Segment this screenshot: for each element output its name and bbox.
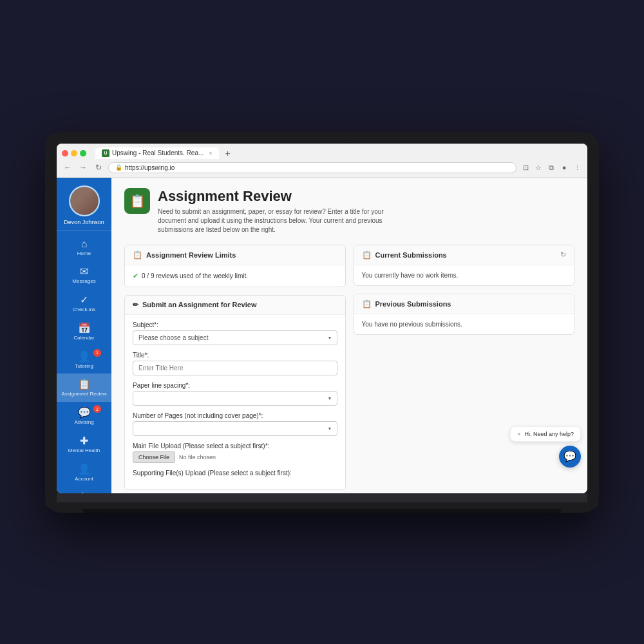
limit-info: ✔ 0 / 9 reviews used of the weekly limit…	[133, 272, 337, 280]
sidebar-item-messages[interactable]: ✉ Messages	[57, 261, 111, 289]
previous-submissions-title: Previous Submissions	[375, 300, 451, 308]
sidebar-item-tutoring[interactable]: 👤 Tutoring 1	[57, 346, 111, 374]
profile-icon[interactable]: ●	[559, 164, 569, 171]
advising-icon: 💬	[78, 406, 91, 419]
content-grid: 📋 Assignment Review Limits ✔ 0 / 9 revie…	[124, 245, 574, 490]
page-description: Need to submit an assignment, paper, or …	[158, 207, 390, 234]
sidebar: Devon Johnson ⌂ Home ✉ Messages ✓ Check-…	[57, 178, 111, 493]
sidebar-item-calendar[interactable]: 📅 Calendar	[57, 317, 111, 346]
mental-health-icon: ✚	[80, 435, 88, 447]
minimize-window-button[interactable]	[71, 150, 77, 156]
spacing-select[interactable]	[133, 391, 337, 406]
chat-message: Hi. Need any help?	[524, 431, 574, 437]
tab-close-button[interactable]: ×	[209, 150, 212, 156]
subject-select[interactable]: Please choose a subject	[133, 330, 337, 345]
submit-card-title: Submit an Assignment for Review	[142, 301, 256, 308]
sidebar-item-assignment-review[interactable]: 📋 Assignment Review	[57, 374, 111, 402]
previous-submissions-icon: 📋	[362, 299, 372, 308]
limits-card-header: 📋 Assignment Review Limits	[125, 245, 345, 265]
back-button[interactable]: ←	[62, 163, 73, 172]
calendar-icon: 📅	[78, 322, 91, 334]
sidebar-item-label: Tutoring	[75, 364, 93, 370]
subject-label: Subject*:	[133, 321, 337, 328]
bookmark-icon[interactable]: ☆	[533, 164, 544, 172]
sidebar-item-account[interactable]: 👤 Account	[57, 459, 111, 487]
nav-items: ⌂ Home ✉ Messages ✓ Check-ins 📅 Calendar	[57, 231, 111, 489]
limits-header-icon: 📋	[133, 251, 142, 260]
sidebar-item-label: Advising	[74, 420, 93, 426]
spacing-group: Paper line spacing*:	[133, 382, 337, 406]
main-file-label: Main File Upload (Please select a subjec…	[133, 442, 337, 450]
tab-title: Upswing - Real Students. Rea...	[112, 149, 204, 156]
chat-button-icon: 💬	[564, 450, 576, 462]
assignment-review-icon: 📋	[78, 378, 91, 390]
current-submissions-body: You currently have no work items.	[354, 265, 574, 285]
close-window-button[interactable]	[62, 150, 68, 156]
maximize-window-button[interactable]	[80, 150, 86, 156]
sidebar-item-label: Mental Health	[68, 448, 100, 454]
chat-bubble: × Hi. Need any help?	[510, 426, 581, 442]
tab-favicon: U	[102, 149, 109, 157]
title-label: Title*:	[133, 352, 337, 359]
sidebar-item-check-ins[interactable]: ✓ Check-ins	[57, 289, 111, 317]
choose-file-button[interactable]: Choose File	[133, 451, 175, 463]
refresh-button[interactable]: ↻	[93, 163, 104, 172]
main-file-group: Main File Upload (Please select a subjec…	[133, 442, 337, 463]
logout-icon[interactable]: ➤	[80, 489, 88, 493]
url-text: https://upswing.io	[125, 164, 175, 171]
browser-tab[interactable]: U Upswing - Real Students. Rea... ×	[95, 147, 219, 159]
previous-submissions-card: 📋 Previous Submissions You have no previ…	[354, 294, 575, 335]
browser-chrome: U Upswing - Real Students. Rea... × + ← …	[57, 144, 587, 178]
chat-open-button[interactable]: 💬	[559, 446, 581, 468]
address-bar[interactable]: 🔒 https://upswing.io	[108, 162, 516, 173]
title-input[interactable]	[133, 361, 337, 375]
chat-close-button[interactable]: ×	[517, 431, 520, 437]
page-icon: 📋	[124, 188, 150, 214]
limit-text: 0 / 9 reviews used of the weekly limit.	[142, 272, 248, 279]
refresh-submissions-button[interactable]: ↻	[560, 251, 566, 259]
current-submissions-title: Current Submissions	[375, 251, 447, 259]
menu-icon[interactable]: ⋮	[572, 164, 582, 172]
user-name: Devon Johnson	[64, 219, 104, 225]
sidebar-item-label: Messages	[72, 279, 95, 285]
supporting-file-group: Supporting File(s) Upload (Please select…	[133, 469, 337, 477]
checkins-icon: ✓	[80, 294, 88, 306]
current-submissions-icon: 📋	[362, 251, 372, 260]
previous-submissions-empty: You have no previous submissions.	[362, 321, 567, 328]
forward-button[interactable]: →	[77, 163, 89, 172]
sidebar-item-label: Home	[77, 251, 91, 257]
pages-select[interactable]	[133, 421, 337, 436]
sidebar-item-mental-health[interactable]: ✚ Mental Health	[57, 430, 111, 459]
limits-card: 📋 Assignment Review Limits ✔ 0 / 9 revie…	[124, 245, 346, 287]
current-submissions-card: 📋 Current Submissions ↻ You currently ha…	[354, 245, 575, 286]
supporting-file-label: Supporting File(s) Upload (Please select…	[133, 469, 337, 477]
sidebar-item-home[interactable]: ⌂ Home	[57, 234, 111, 261]
limits-card-title: Assignment Review Limits	[146, 251, 236, 259]
tutoring-icon: 👤	[78, 350, 91, 363]
browser-actions: ⊡ ☆ ⧉ ● ⋮	[520, 164, 582, 172]
sidebar-item-advising[interactable]: 💬 Advising 2	[57, 402, 111, 430]
sidebar-item-label: Check-ins	[73, 307, 96, 313]
previous-submissions-header: 📋 Previous Submissions	[354, 294, 574, 314]
pages-group: Number of Pages (not including cover pag…	[133, 412, 337, 436]
account-icon: 👤	[78, 463, 91, 475]
sidebar-item-label: Account	[75, 477, 93, 482]
extensions-icon[interactable]: ⧉	[546, 164, 556, 172]
sidebar-bottom-bar: ➤	[74, 489, 95, 493]
current-submissions-header: 📋 Current Submissions ↻	[354, 245, 574, 265]
page-header: 📋 Assignment Review Need to submit an as…	[124, 188, 574, 234]
cast-icon[interactable]: ⊡	[520, 164, 531, 172]
new-tab-button[interactable]: +	[225, 148, 231, 158]
previous-submissions-body: You have no previous submissions.	[354, 314, 574, 334]
current-submissions-empty: You currently have no work items.	[362, 272, 567, 279]
page-title-section: Assignment Review Need to submit an assi…	[158, 188, 390, 234]
file-status: No file chosen	[179, 454, 216, 460]
limits-card-body: ✔ 0 / 9 reviews used of the weekly limit…	[125, 265, 345, 287]
user-avatar-section: Devon Johnson	[57, 178, 111, 231]
chat-widget: × Hi. Need any help? 💬	[510, 426, 581, 468]
pencil-icon: ✏	[133, 301, 138, 309]
pages-label: Number of Pages (not including cover pag…	[133, 412, 337, 419]
messages-icon: ✉	[80, 265, 88, 278]
title-group: Title*:	[133, 352, 337, 375]
submit-form-body: Subject*: Please choose a subject Title*…	[125, 315, 345, 489]
